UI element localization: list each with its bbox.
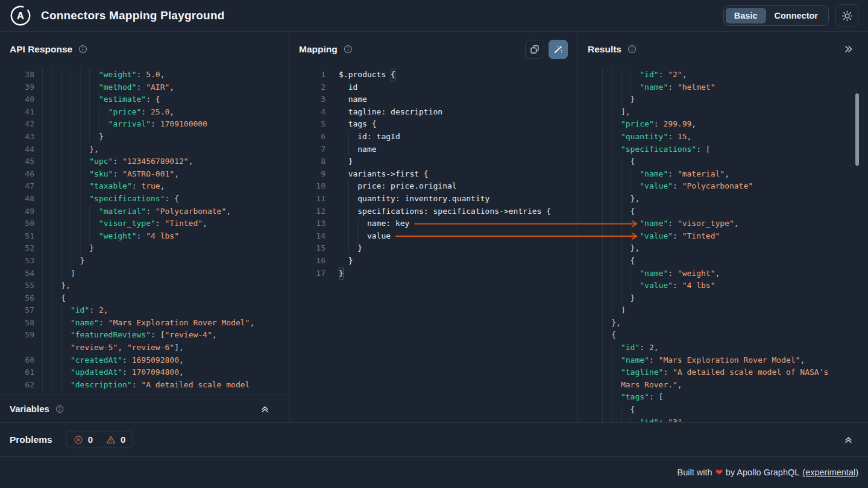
magic-wand-icon <box>553 45 563 54</box>
code-row: 61"updatedAt": 1707094800, <box>0 366 289 379</box>
indent-guides <box>42 93 99 106</box>
code-token: "review-5" <box>71 342 118 354</box>
code-row: 43} <box>0 131 289 143</box>
code-row: 59"featuredReviews": ["review-4", <box>0 329 289 342</box>
indent-guides <box>42 242 89 255</box>
code-token: : <box>663 366 673 379</box>
theme-toggle-button[interactable] <box>835 4 858 27</box>
line-number: 53 <box>0 255 34 267</box>
code-row: ] <box>593 304 868 317</box>
code-token: { <box>391 69 395 81</box>
info-icon[interactable] <box>627 45 637 54</box>
line-number: 10 <box>289 180 326 193</box>
api-response-editor[interactable]: 38"weight": 5.0,39"method": "AIR",40"est… <box>0 66 289 395</box>
double-chevron-right-icon[interactable] <box>843 44 854 54</box>
code-row: } <box>593 93 868 106</box>
code-row: 40"estimate": { <box>0 93 289 106</box>
code-token: }, <box>61 280 71 292</box>
code-token: : <box>137 69 146 81</box>
code-row: "quantity": 15, <box>593 131 868 143</box>
code-token: , <box>682 69 687 81</box>
code-token: : <box>673 230 682 243</box>
code-token: , <box>678 379 682 392</box>
line-number: 48 <box>0 193 34 205</box>
code-token: , <box>250 317 254 330</box>
mode-basic-button[interactable]: Basic <box>726 8 766 23</box>
code-row: 13name: key <box>289 217 577 230</box>
indent-guides <box>42 354 71 367</box>
line-number: 1 <box>289 69 326 81</box>
code-token: "Tinted" <box>165 217 203 230</box>
code-token: } <box>99 131 104 143</box>
line-number: 9 <box>289 168 326 181</box>
line-number: 41 <box>0 106 34 119</box>
copy-mapping-button[interactable] <box>525 40 544 59</box>
app-window: A Connectors Mapping Playground Basic Co… <box>0 0 868 488</box>
results-scrollbar-thumb[interactable] <box>855 93 859 166</box>
code-token: : { <box>165 193 179 205</box>
code-token: ], <box>621 106 631 119</box>
code-token: , <box>654 342 659 354</box>
line-number: 59 <box>0 329 34 342</box>
code-token: "weight" <box>99 69 137 81</box>
results-viewer[interactable]: "id": "2","name": "helmet"}],"price": 29… <box>578 66 868 422</box>
code-token: 5.0 <box>146 69 160 81</box>
indent-guides <box>602 242 631 255</box>
code-row: { <box>593 329 868 342</box>
line-number <box>0 342 34 354</box>
code-row: 49"material": "Polycarbonate", <box>0 205 289 218</box>
code-token: , <box>212 329 217 342</box>
show-mapping-arrows-button[interactable] <box>549 40 568 59</box>
line-number: 2 <box>289 81 326 94</box>
variables-section-header[interactable]: Variables <box>0 395 289 422</box>
code-token: : <box>668 267 678 280</box>
code-token: "value" <box>640 280 673 292</box>
code-token: "quantity" <box>621 131 668 143</box>
code-token: $.products <box>339 69 391 81</box>
code-token: "material" <box>678 168 725 181</box>
page-title: Connectors Mapping Playground <box>41 9 225 22</box>
code-token: : <box>137 81 146 94</box>
double-chevron-up-icon[interactable] <box>844 435 853 444</box>
code-token: : <box>668 81 678 94</box>
code-row: 42"arrival": 1709100000 <box>0 118 289 131</box>
indent-guides <box>602 118 621 131</box>
info-icon[interactable] <box>78 45 87 54</box>
line-number: 3 <box>289 93 326 106</box>
mapping-editor[interactable]: 1$.products {2id3name4tagline: descripti… <box>289 66 577 422</box>
code-token: } <box>80 255 85 267</box>
line-number: 17 <box>289 267 326 280</box>
indent-guides <box>42 304 71 317</box>
indent-guides <box>602 143 621 156</box>
code-token: : <box>122 366 132 379</box>
code-token: "3" <box>668 416 682 422</box>
info-icon[interactable] <box>344 45 353 54</box>
code-token: : <box>659 416 668 422</box>
mode-connector-button[interactable]: Connector <box>766 8 827 23</box>
code-token: 2 <box>99 304 104 317</box>
code-token: "Mars Exploration Rover Model" <box>659 354 800 367</box>
code-token: "description" <box>71 379 132 392</box>
code-token: { <box>631 255 635 267</box>
svg-text:A: A <box>17 10 24 22</box>
code-token: 1709100000 <box>160 118 207 131</box>
code-token: "visor_type" <box>678 217 734 230</box>
code-token: , <box>160 180 165 193</box>
line-number: 46 <box>0 168 34 181</box>
line-number: 42 <box>0 118 34 131</box>
experimental-link[interactable]: (experimental) <box>802 468 858 477</box>
indent-guides <box>602 404 631 416</box>
code-token: } <box>89 242 94 255</box>
indent-guides <box>42 292 61 305</box>
error-count: 0 <box>88 434 93 445</box>
code-token: "id" <box>640 416 658 422</box>
api-response-title: API Response <box>10 44 72 55</box>
code-row: } <box>593 292 868 305</box>
code-token: "Tinted" <box>682 230 720 243</box>
double-chevron-up-icon[interactable] <box>260 404 269 413</box>
info-icon[interactable] <box>55 405 64 413</box>
code-token: , <box>179 354 184 367</box>
indent-guides <box>42 193 89 205</box>
indent-guides <box>348 230 367 243</box>
code-row: 15} <box>289 242 577 255</box>
